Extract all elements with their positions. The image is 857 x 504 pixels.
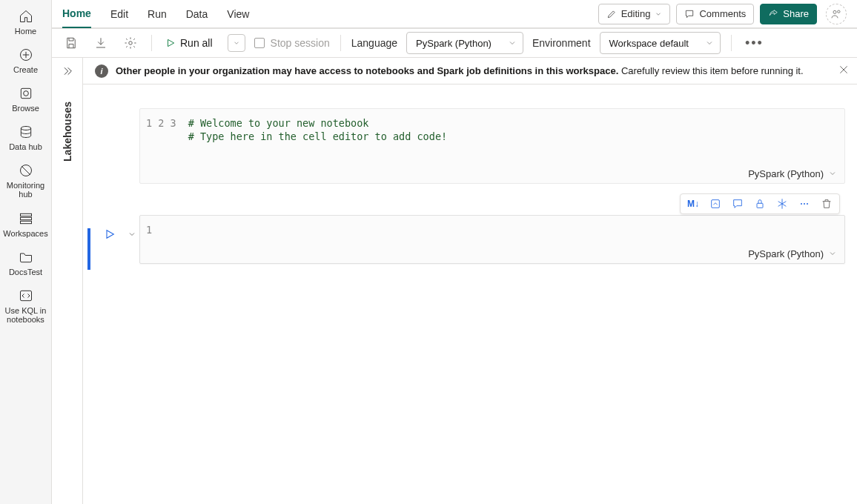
play-icon (165, 38, 176, 48)
tab-run[interactable]: Run (148, 0, 167, 27)
play-icon (104, 228, 116, 240)
more-button[interactable]: ••• (742, 36, 767, 51)
tab-edit[interactable]: Edit (110, 0, 128, 27)
cell-language-select[interactable]: PySpark (Python) (140, 164, 844, 183)
nav-datahub[interactable]: Data hub (0, 119, 51, 157)
save-icon (64, 36, 78, 50)
svg-point-14 (801, 203, 802, 205)
run-all-button[interactable]: Run all (162, 37, 216, 49)
convert-markdown-button[interactable]: M↓ (684, 195, 703, 213)
workspaces-icon (17, 210, 35, 228)
svg-point-11 (129, 42, 133, 45)
comments-button[interactable]: Comments (676, 4, 754, 24)
cell-freeze-button[interactable] (772, 195, 792, 213)
code-lines[interactable] (164, 223, 836, 236)
browse-icon (17, 84, 35, 102)
nav-docstest[interactable]: DocsTest (0, 244, 51, 282)
svg-rect-13 (757, 203, 763, 208)
editing-button[interactable]: Editing (598, 4, 671, 24)
chevron-down-icon (508, 39, 517, 47)
menubar-actions: Editing Comments Share (598, 4, 847, 24)
cell-lock-button[interactable] (750, 195, 770, 213)
cell-delete-button[interactable] (817, 195, 836, 213)
content: i Other people in your organization may … (83, 58, 857, 504)
cell-comment-button[interactable] (728, 195, 747, 213)
svg-point-16 (807, 203, 808, 205)
stop-session-button[interactable]: Stop session (254, 37, 330, 49)
monitor-icon (17, 162, 35, 179)
pencil-icon (606, 9, 617, 19)
settings-button[interactable] (120, 33, 141, 53)
nav-monitoring[interactable]: Monitoring hub (0, 157, 51, 205)
cell-action-1[interactable] (706, 195, 725, 213)
line-gutter: 1 2 3 (146, 116, 188, 156)
cell-language-select[interactable]: PySpark (Python) (140, 244, 844, 263)
lock-icon (754, 198, 766, 210)
chevron-down-icon (233, 39, 240, 47)
share-button[interactable]: Share (760, 4, 817, 24)
line-gutter: 1 (146, 223, 164, 236)
cell-run-controls (101, 225, 141, 243)
more-icon (798, 198, 810, 210)
separator (731, 35, 732, 51)
download-button[interactable] (90, 33, 111, 53)
comment-icon (732, 198, 744, 210)
convert-icon (709, 198, 721, 210)
plus-circle-icon (17, 46, 35, 64)
run-cell-button[interactable] (101, 225, 119, 243)
close-icon (838, 64, 850, 76)
nav-workspaces[interactable]: Workspaces (0, 205, 51, 244)
database-icon (17, 123, 35, 141)
stop-icon (254, 38, 265, 48)
code-cell-active[interactable]: M↓ 1 PySpark ( (87, 215, 845, 264)
code-cell[interactable]: 1 2 3 # Welcome to your new notebook # T… (87, 108, 845, 184)
code-editor[interactable]: 1 2 3 # Welcome to your new notebook # T… (140, 109, 844, 164)
toolbar: Run all Stop session Language PySpark (P… (52, 28, 857, 58)
run-cell-dropdown[interactable] (123, 225, 141, 243)
cell-body: 1 2 3 # Welcome to your new notebook # T… (139, 108, 845, 184)
comment-icon (684, 9, 695, 19)
close-info-button[interactable] (838, 64, 850, 78)
language-select[interactable]: PySpark (Python) (406, 32, 523, 54)
chevron-down-icon (828, 249, 837, 258)
trash-icon (821, 198, 833, 210)
svg-point-9 (833, 10, 836, 13)
info-bar: i Other people in your organization may … (83, 58, 857, 84)
home-icon (17, 7, 35, 25)
expand-panel-button[interactable] (62, 65, 73, 79)
nav-home[interactable]: Home (0, 3, 51, 42)
code-icon (17, 287, 35, 305)
side-panel-collapsed: Lakehouses (52, 58, 83, 504)
svg-rect-12 (712, 200, 720, 208)
tab-view[interactable]: View (227, 0, 249, 27)
chevron-down-icon (828, 169, 837, 178)
info-icon: i (95, 64, 108, 78)
svg-point-3 (21, 127, 30, 130)
left-nav-rail: Home Create Browse Data hub Monitoring h… (0, 0, 52, 504)
environment-select[interactable]: Workspace default (600, 32, 721, 54)
tab-data[interactable]: Data (186, 0, 208, 27)
tab-home[interactable]: Home (62, 1, 91, 28)
chevron-down-icon (705, 39, 714, 47)
download-icon (94, 36, 107, 50)
folder-icon (17, 248, 35, 266)
run-all-dropdown[interactable] (228, 34, 245, 52)
nav-browse[interactable]: Browse (0, 80, 51, 119)
nav-kql[interactable]: Use KQL in notebooks (0, 282, 51, 330)
chevron-down-icon (128, 230, 136, 239)
cell-more-button[interactable] (795, 195, 814, 213)
code-lines[interactable]: # Welcome to your new notebook # Type he… (188, 116, 836, 156)
notebook-area: 1 2 3 # Welcome to your new notebook # T… (83, 84, 857, 504)
code-editor[interactable]: 1 (140, 216, 844, 244)
body-row: Lakehouses i Other people in your organi… (52, 58, 857, 504)
language-label: Language (351, 37, 397, 49)
save-button[interactable] (61, 33, 82, 53)
chevrons-right-icon (62, 65, 73, 77)
separator (151, 35, 152, 51)
svg-rect-6 (20, 217, 31, 219)
people-button[interactable] (826, 4, 847, 24)
svg-point-15 (804, 203, 805, 205)
nav-create[interactable]: Create (0, 42, 51, 80)
svg-rect-1 (21, 89, 30, 99)
chevron-down-icon (655, 10, 662, 18)
